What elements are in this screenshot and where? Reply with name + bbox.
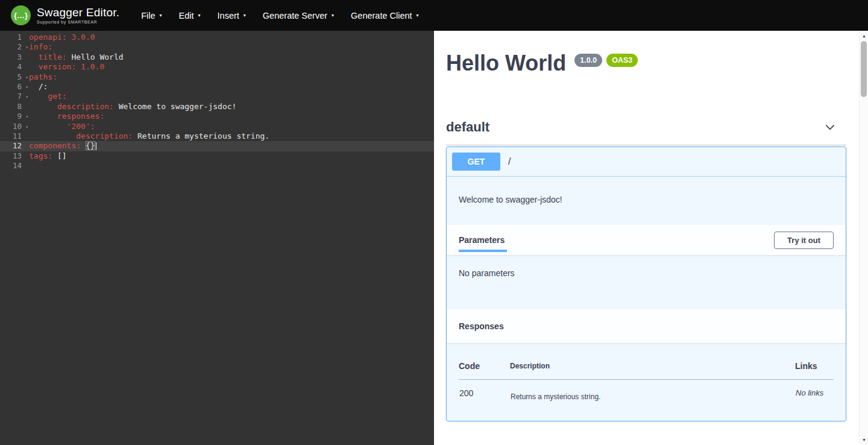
brand-block: Swagger Editor. Supported by SMARTBEAR — [37, 7, 119, 25]
token-key: get: — [48, 92, 66, 101]
navbar-menus: File▾Edit▾Insert▾Generate Server▾Generat… — [133, 6, 427, 25]
try-it-out-button[interactable]: Try it out — [774, 232, 834, 249]
token-val: 3.0.0 — [71, 33, 95, 42]
responses-table-body: 200Returns a mysterious string.No links — [459, 380, 834, 402]
code-line[interactable]: openapi: 3.0.0 — [29, 33, 434, 42]
preview-scrollbar[interactable]: ▲ ▼ — [859, 31, 868, 445]
gutter-line-number: 10▾ — [0, 122, 29, 131]
fold-arrow-icon[interactable]: ▾ — [25, 43, 28, 52]
col-header-code: Code — [459, 358, 510, 380]
version-badge: 1.0.0 — [574, 54, 602, 67]
gutter-line-number: 2▾ — [0, 42, 29, 52]
swagger-editor-app: {…} Swagger Editor. Supported by SMARTBE… — [0, 0, 868, 445]
menu-file[interactable]: File▾ — [133, 6, 170, 25]
editor-code[interactable]: openapi: 3.0.0info: title: Hello World v… — [29, 33, 434, 445]
gutter-line-number: 14 — [0, 161, 29, 171]
responses-table: Code Description Links 200Returns a myst… — [459, 358, 834, 402]
code-line[interactable]: info: — [29, 42, 434, 52]
code-line[interactable]: components: {} — [29, 141, 434, 151]
code-line[interactable]: paths: — [29, 72, 434, 82]
response-description: Returns a mysterious string. — [510, 380, 795, 402]
parameters-body: No parameters — [447, 255, 846, 309]
token-bracket: {} — [86, 141, 95, 150]
code-line[interactable]: /: — [29, 82, 434, 92]
code-line[interactable]: '200': — [29, 122, 434, 131]
text-cursor — [96, 142, 96, 150]
topbar: {…} Swagger Editor. Supported by SMARTBE… — [0, 0, 868, 31]
token-key: description: — [57, 102, 114, 111]
badges: 1.0.0 OAS3 — [574, 54, 638, 67]
token-plain — [29, 112, 57, 121]
fold-arrow-icon[interactable]: ▾ — [25, 83, 28, 92]
token-plain: Welcome to swagger-jsdoc! — [114, 102, 237, 111]
gutter-line-number: 1 — [0, 33, 29, 42]
token-key: title: — [39, 52, 67, 62]
tag-section-header[interactable]: default — [446, 112, 846, 145]
http-method-button[interactable]: GET — [452, 153, 500, 171]
menu-label: Edit — [179, 11, 194, 21]
code-line[interactable]: title: Hello World — [29, 52, 434, 62]
tab-parameters[interactable]: Parameters — [459, 225, 505, 255]
token-plain — [76, 62, 81, 71]
preview-content: Hello World 1.0.0 OAS3 default GET / — [434, 31, 868, 445]
menu-edit[interactable]: Edit▾ — [171, 6, 209, 25]
caret-down-icon: ▾ — [417, 13, 419, 18]
token-plain: [] — [57, 151, 67, 160]
gutter-line-number: 12 — [0, 141, 29, 151]
response-code: 200 — [459, 380, 510, 402]
col-header-description: Description — [510, 358, 795, 380]
logo-glyph: {…} — [14, 11, 28, 20]
api-title: Hello World — [446, 52, 566, 74]
response-row: 200Returns a mysterious string.No links — [459, 380, 834, 402]
token-plain — [29, 92, 48, 101]
col-header-links: Links — [795, 358, 834, 380]
code-line[interactable]: description: Welcome to swagger-jsdoc! — [29, 102, 434, 112]
response-links: No links — [795, 380, 834, 402]
code-line[interactable]: responses: — [29, 112, 434, 121]
code-line[interactable]: get: — [29, 92, 434, 101]
menu-insert[interactable]: Insert▾ — [209, 6, 254, 25]
token-key: components: — [29, 141, 81, 150]
code-line[interactable]: description: Returns a mysterious string… — [29, 131, 434, 141]
main-split: 12▾345▾6▾7▾89▾10▾11121314 openapi: 3.0.0… — [0, 31, 868, 445]
chevron-down-icon[interactable] — [823, 121, 837, 134]
brand-subtitle: Supported by SMARTBEAR — [37, 20, 119, 25]
token-key: paths: — [29, 72, 57, 81]
code-line[interactable]: version: 1.0.0 — [29, 62, 434, 72]
scroll-down-arrow-icon[interactable]: ▼ — [860, 435, 868, 444]
gutter-line-number: 11 — [0, 131, 29, 141]
gutter-line-number: 5▾ — [0, 72, 29, 82]
menu-generate-server[interactable]: Generate Server▾ — [254, 6, 342, 25]
menu-label: Insert — [218, 11, 239, 21]
fold-arrow-icon[interactable]: ▾ — [25, 73, 28, 83]
fold-arrow-icon[interactable]: ▾ — [25, 112, 28, 122]
token-key: openapi: — [29, 33, 67, 42]
gutter-line-number: 3 — [0, 52, 29, 62]
scroll-up-arrow-icon[interactable]: ▲ — [860, 31, 868, 40]
code-line[interactable] — [29, 161, 434, 171]
yaml-editor[interactable]: 12▾345▾6▾7▾89▾10▾11121314 openapi: 3.0.0… — [0, 31, 434, 445]
opblock-summary[interactable]: GET / — [447, 147, 846, 177]
editor-gutter: 12▾345▾6▾7▾89▾10▾11121314 — [0, 33, 29, 445]
brand-title: Swagger Editor. — [37, 7, 119, 19]
gutter-line-number: 9▾ — [0, 112, 29, 121]
token-plain — [29, 122, 67, 131]
opblock-get: GET / Welcome to swagger-jsdoc! Paramete… — [446, 147, 846, 421]
scrollbar-thumb[interactable] — [861, 41, 867, 97]
api-info-header: Hello World 1.0.0 OAS3 — [446, 52, 846, 74]
gutter-line-number: 7▾ — [0, 92, 29, 101]
menu-generate-client[interactable]: Generate Client▾ — [342, 6, 427, 25]
caret-down-icon: ▾ — [198, 13, 201, 18]
caret-down-icon: ▾ — [160, 13, 162, 18]
caret-down-icon: ▾ — [332, 13, 334, 18]
menu-label: Generate Client — [351, 11, 412, 21]
responses-table-head: Code Description Links — [459, 358, 834, 380]
token-key: info: — [29, 42, 52, 51]
fold-arrow-icon[interactable]: ▾ — [25, 92, 28, 102]
responses-title: Responses — [459, 321, 504, 331]
code-line[interactable]: tags: [] — [29, 151, 434, 161]
fold-arrow-icon[interactable]: ▾ — [25, 122, 28, 132]
token-plain — [29, 102, 57, 111]
token-plain — [29, 131, 76, 140]
token-key: version: — [39, 62, 77, 71]
